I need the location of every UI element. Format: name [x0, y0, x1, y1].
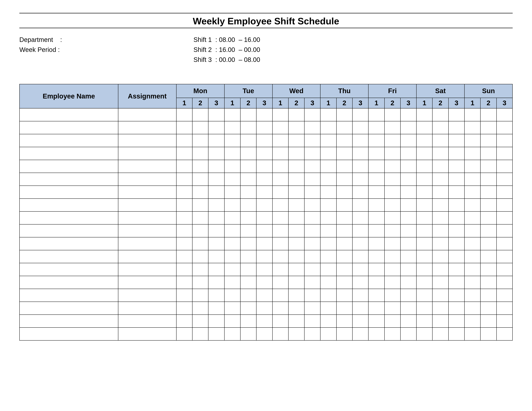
shift2-label: Shift 2 — [193, 46, 212, 53]
cell — [208, 250, 224, 263]
cell — [432, 211, 448, 224]
department-sep: : — [60, 36, 62, 43]
cell — [272, 173, 288, 186]
cell — [368, 302, 384, 315]
cell — [192, 315, 208, 327]
cell — [336, 289, 352, 302]
col-thu-1: 1 — [320, 98, 336, 108]
cell — [272, 327, 288, 340]
cell — [368, 186, 384, 199]
shift1-row: Shift 1 : 08.00 – 16.00 — [193, 35, 260, 45]
cell — [208, 315, 224, 327]
col-day-wed: Wed — [272, 84, 321, 98]
cell — [352, 173, 368, 186]
cell — [465, 108, 480, 121]
cell — [368, 250, 384, 263]
cell — [448, 224, 465, 237]
cell — [368, 199, 384, 211]
cell — [272, 276, 288, 289]
cell — [176, 199, 192, 211]
header-row-1: Employee Name Assignment Mon Tue Wed Thu… — [19, 84, 513, 98]
cell — [272, 315, 288, 327]
cell — [384, 173, 400, 186]
cell — [480, 121, 496, 134]
cell — [208, 302, 224, 315]
cell — [19, 327, 118, 340]
meta-right: Shift 1 : 08.00 – 16.00 Shift 2 : 16.00 … — [193, 35, 260, 65]
table-row — [19, 237, 513, 250]
cell — [384, 250, 400, 263]
cell — [224, 108, 240, 121]
cell — [336, 199, 352, 211]
cell — [352, 224, 368, 237]
cell — [384, 160, 400, 173]
cell — [19, 263, 118, 276]
cell — [400, 121, 416, 134]
shift3-label: Shift 3 — [193, 56, 212, 63]
cell — [224, 263, 240, 276]
col-tue-1: 1 — [224, 98, 240, 108]
cell — [224, 199, 240, 211]
cell — [480, 302, 496, 315]
cell — [224, 186, 240, 199]
cell — [272, 160, 288, 173]
cell — [272, 289, 288, 302]
cell — [320, 186, 336, 199]
cell — [465, 327, 480, 340]
cell — [304, 224, 320, 237]
cell — [176, 302, 192, 315]
cell — [416, 315, 432, 327]
cell — [496, 276, 513, 289]
col-mon-1: 1 — [176, 98, 192, 108]
cell — [192, 134, 208, 147]
cell — [118, 327, 176, 340]
cell — [256, 134, 272, 147]
cell — [320, 302, 336, 315]
cell — [496, 315, 513, 327]
cell — [496, 121, 513, 134]
cell — [432, 186, 448, 199]
cell — [465, 263, 480, 276]
table-row — [19, 315, 513, 327]
cell — [448, 134, 465, 147]
cell — [118, 160, 176, 173]
cell — [240, 250, 256, 263]
shift1-sep: : — [215, 36, 217, 43]
cell — [224, 160, 240, 173]
cell — [400, 224, 416, 237]
cell — [288, 121, 304, 134]
cell — [176, 211, 192, 224]
cell — [416, 250, 432, 263]
cell — [19, 160, 118, 173]
cell — [400, 211, 416, 224]
cell — [208, 199, 224, 211]
cell — [118, 121, 176, 134]
cell — [256, 211, 272, 224]
cell — [416, 108, 432, 121]
cell — [352, 134, 368, 147]
cell — [448, 289, 465, 302]
cell — [384, 199, 400, 211]
cell — [192, 173, 208, 186]
cell — [480, 315, 496, 327]
cell — [400, 302, 416, 315]
cell — [368, 108, 384, 121]
cell — [336, 147, 352, 160]
cell — [118, 147, 176, 160]
cell — [256, 108, 272, 121]
schedule-table: Employee Name Assignment Mon Tue Wed Thu… — [19, 84, 513, 341]
cell — [320, 276, 336, 289]
cell — [304, 263, 320, 276]
cell — [384, 263, 400, 276]
col-day-thu: Thu — [320, 84, 368, 98]
cell — [208, 237, 224, 250]
cell — [416, 186, 432, 199]
cell — [208, 276, 224, 289]
cell — [400, 147, 416, 160]
cell — [192, 211, 208, 224]
cell — [192, 289, 208, 302]
col-day-mon: Mon — [176, 84, 224, 98]
cell — [118, 224, 176, 237]
cell — [208, 211, 224, 224]
cell — [336, 302, 352, 315]
